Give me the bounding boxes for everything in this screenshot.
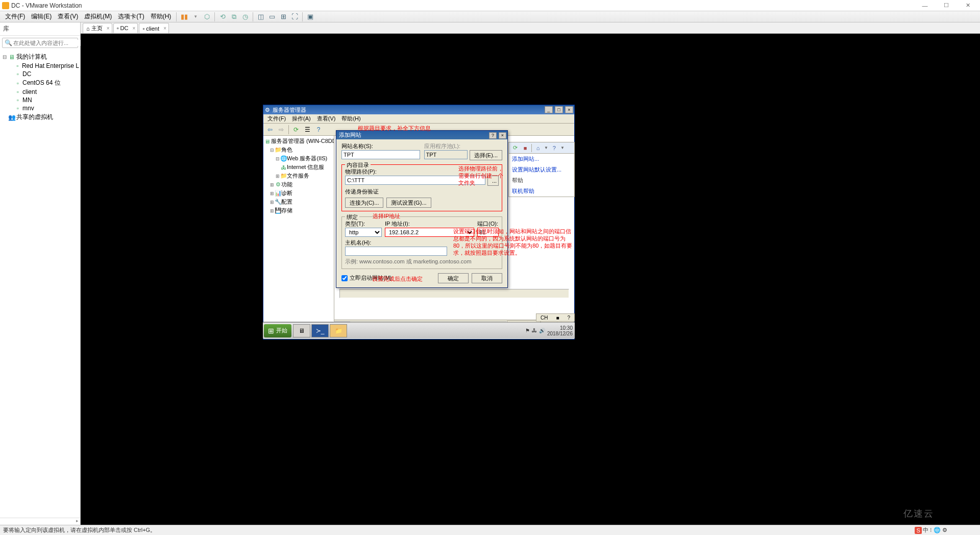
scroll-h-inner[interactable] bbox=[339, 289, 569, 298]
help-button[interactable]: ? bbox=[489, 132, 497, 139]
properties-icon[interactable]: ☰ bbox=[302, 125, 312, 135]
tree-item-shared[interactable]: 👥 共享的虚拟机 bbox=[1, 112, 79, 122]
sm-tree-storage[interactable]: ⊞💾存储 bbox=[264, 206, 333, 215]
close-button[interactable]: × bbox=[499, 132, 506, 139]
clock[interactable]: 10:30 2018/12/26 bbox=[547, 325, 573, 336]
dlg-titlebar[interactable]: 添加网站 ? × bbox=[336, 131, 507, 139]
expand-icon[interactable]: ⊞ bbox=[269, 200, 275, 205]
refresh-icon[interactable]: ⟳ bbox=[511, 144, 519, 152]
expand-icon[interactable]: ⊞ bbox=[275, 174, 280, 179]
tree-item-mn[interactable]: ▫MN bbox=[1, 96, 79, 104]
sm-tree-iis[interactable]: ⊟🌐Web 服务器(IIS) bbox=[264, 154, 333, 163]
menu-file[interactable]: 文件(F) bbox=[2, 11, 28, 22]
sitename-input[interactable] bbox=[341, 150, 420, 159]
start-button[interactable]: ⊞ 开始 bbox=[264, 324, 291, 337]
start-now-checkbox[interactable] bbox=[341, 275, 348, 281]
help-icon[interactable]: ? bbox=[550, 144, 558, 152]
close-button[interactable]: × bbox=[565, 106, 573, 113]
lang-ime-icon[interactable]: ■ bbox=[556, 315, 559, 321]
task-powershell[interactable]: ≻_ bbox=[311, 324, 329, 337]
search-box[interactable]: 🔍 ▼ bbox=[2, 38, 78, 48]
back-icon[interactable]: ⇦ bbox=[265, 125, 275, 135]
snapshot-mgr-icon[interactable]: ⧉ bbox=[229, 12, 238, 21]
action-online-help[interactable]: 联机帮助 bbox=[509, 186, 574, 197]
minimize-button[interactable]: _ bbox=[545, 106, 553, 113]
layout1-icon[interactable]: ◫ bbox=[256, 12, 265, 21]
language-bar[interactable]: CH ■ ? bbox=[536, 313, 575, 322]
dropdown-icon[interactable]: ▼ bbox=[191, 12, 200, 21]
sm-tree-diag[interactable]: ⊞📊诊断 bbox=[264, 189, 333, 198]
test-settings-button[interactable]: 测试设置(G)... bbox=[386, 198, 431, 208]
menu-edit[interactable]: 编辑(E) bbox=[28, 11, 55, 22]
collapse-icon[interactable]: ⊟ bbox=[1, 54, 8, 60]
fullscreen-icon[interactable]: ⛶ bbox=[290, 12, 299, 21]
lang-help-icon[interactable]: ? bbox=[567, 315, 570, 321]
sm-menu-help[interactable]: 帮助(H) bbox=[338, 114, 363, 123]
select-apppool-button[interactable]: 选择(E)... bbox=[470, 150, 502, 160]
menu-tabs[interactable]: 选项卡(T) bbox=[115, 11, 147, 22]
collapse-icon[interactable]: ⊟ bbox=[269, 148, 275, 153]
maximize-button[interactable]: ☐ bbox=[936, 1, 957, 11]
tree-item-rhel[interactable]: ▫Red Hat Enterprise L bbox=[1, 62, 79, 70]
tab-home[interactable]: ⌂主页× bbox=[83, 23, 112, 33]
chevron-down-icon[interactable]: ▼ bbox=[544, 145, 548, 150]
pause-icon[interactable]: ▮▮ bbox=[180, 12, 189, 21]
sidebar-scroll-h[interactable]: ▸ bbox=[0, 518, 80, 525]
expand-icon[interactable]: ⊞ bbox=[269, 208, 275, 213]
tree-item-centos[interactable]: ▫CentOS 64 位 bbox=[1, 78, 79, 88]
tree-item-root[interactable]: ⊟ 🖥 我的计算机 bbox=[1, 52, 79, 62]
hostname-input[interactable] bbox=[345, 247, 447, 256]
chevron-down-icon[interactable]: ▼ bbox=[560, 145, 565, 150]
tray-flag-icon[interactable]: ⚑ bbox=[525, 328, 530, 333]
tab-dc[interactable]: ▫DC× bbox=[113, 23, 138, 33]
refresh-icon[interactable]: ⟳ bbox=[291, 125, 301, 135]
tray-network-icon[interactable]: 🖧 bbox=[532, 328, 537, 333]
clock-icon[interactable]: ◷ bbox=[240, 12, 250, 21]
home-icon[interactable]: ⌂ bbox=[534, 144, 542, 152]
action-help[interactable]: 帮助 bbox=[509, 175, 574, 186]
sm-menu-file[interactable]: 文件(F) bbox=[264, 114, 289, 123]
sm-tree-features[interactable]: ⊞⚙功能 bbox=[264, 180, 333, 189]
maximize-button[interactable]: □ bbox=[555, 106, 563, 113]
snapshot-icon[interactable]: ⬡ bbox=[202, 12, 211, 21]
sm-titlebar[interactable]: ⚙ 服务器管理器 _ □ × bbox=[263, 105, 574, 114]
layout3-icon[interactable]: ⊞ bbox=[279, 12, 288, 21]
close-icon[interactable]: × bbox=[133, 26, 136, 31]
expand-icon[interactable]: ⊞ bbox=[269, 191, 275, 196]
sm-tree-root[interactable]: 🖥服务器管理器 (WIN-C8DD59) bbox=[264, 137, 333, 145]
minimize-button[interactable]: — bbox=[915, 1, 935, 11]
layout2-icon[interactable]: ▭ bbox=[267, 12, 277, 21]
tree-item-dc[interactable]: ▫DC bbox=[1, 70, 79, 78]
close-icon[interactable]: × bbox=[107, 26, 110, 31]
revert-icon[interactable]: ⟲ bbox=[218, 12, 227, 21]
sm-menu-view[interactable]: 查看(V) bbox=[314, 114, 339, 123]
search-input[interactable] bbox=[13, 40, 84, 46]
stop-icon[interactable]: ■ bbox=[521, 144, 529, 152]
sm-tree-file[interactable]: ⊞📁文件服务 bbox=[264, 172, 333, 180]
collapse-icon[interactable]: ⊟ bbox=[275, 156, 280, 161]
lang-ch[interactable]: CH bbox=[541, 315, 548, 321]
forward-icon[interactable]: ⇨ bbox=[276, 125, 286, 135]
help-icon[interactable]: ? bbox=[313, 125, 324, 135]
close-button[interactable]: ✕ bbox=[958, 1, 978, 11]
task-explorer[interactable]: 📁 bbox=[330, 324, 347, 337]
tab-client[interactable]: ▫client× bbox=[139, 23, 169, 33]
expand-icon[interactable]: ⊞ bbox=[269, 182, 275, 187]
sm-tree-roles[interactable]: ⊟📁角色 bbox=[264, 145, 333, 154]
menu-view[interactable]: 查看(V) bbox=[55, 11, 81, 22]
menu-vm[interactable]: 虚拟机(M) bbox=[81, 11, 115, 22]
connect-as-button[interactable]: 连接为(C)... bbox=[345, 198, 383, 208]
action-add-site[interactable]: 添加网站... bbox=[509, 154, 574, 164]
task-server-mgr[interactable]: 🖥 bbox=[293, 324, 310, 337]
ime-indicator[interactable]: S 中 ⁝ 🌐 ⚙ bbox=[915, 526, 947, 534]
close-icon[interactable]: × bbox=[163, 26, 166, 31]
menu-help[interactable]: 帮助(H) bbox=[148, 11, 175, 22]
sm-tree-inet[interactable]: 🖧Internet 信息服 bbox=[264, 163, 333, 172]
tray-sound-icon[interactable]: 🔊 bbox=[539, 328, 545, 333]
sm-menu-action[interactable]: 操作(A) bbox=[289, 114, 314, 123]
cancel-button[interactable]: 取消 bbox=[472, 273, 502, 283]
action-site-defaults[interactable]: 设置网站默认设置... bbox=[509, 164, 574, 175]
tree-item-client[interactable]: ▫client bbox=[1, 88, 79, 96]
type-select[interactable]: http bbox=[345, 228, 382, 237]
tree-item-mnv[interactable]: ▫mnv bbox=[1, 104, 79, 112]
